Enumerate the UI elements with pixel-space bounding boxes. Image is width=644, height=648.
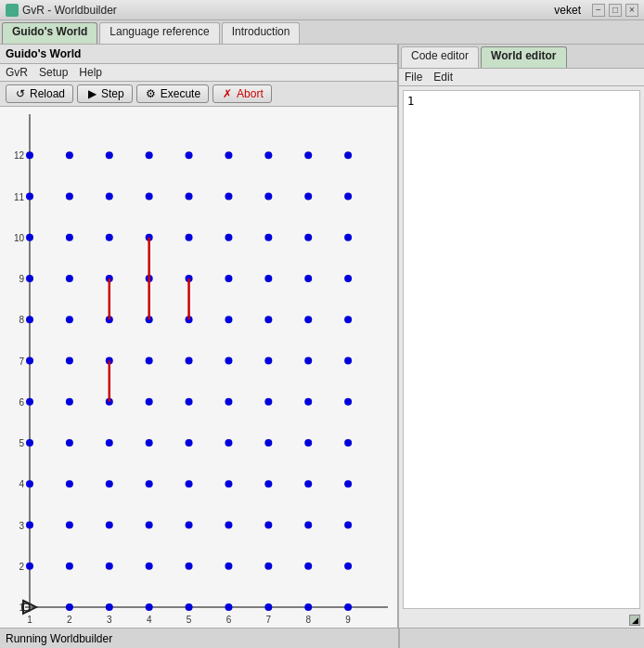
step-icon: ▶ [85,87,98,100]
right-tab-bar: Code editor World editor [399,45,644,69]
menu-setup[interactable]: Setup [39,66,68,79]
tab-guidos-world[interactable]: Guido's World [2,22,97,44]
left-panel: Guido's World GvR Setup Help ↺ Reload ▶ … [0,45,399,628]
toolbar: ↺ Reload ▶ Step ⚙ Execute ✗ Abort [0,82,397,107]
right-status [400,629,644,648]
tab-code-editor[interactable]: Code editor [401,46,479,68]
execute-button[interactable]: ⚙ Execute [136,84,209,103]
reload-button[interactable]: ↺ Reload [6,84,73,103]
execute-icon: ⚙ [145,87,158,100]
minimize-button[interactable]: − [592,4,605,17]
right-panel: Code editor World editor File Edit 1 ◢ [399,45,644,628]
main-content: Guido's World GvR Setup Help ↺ Reload ▶ … [0,45,644,628]
grid-canvas [0,107,397,628]
user-label: veket [554,4,581,17]
menu-help[interactable]: Help [79,66,102,79]
top-tab-bar: Guido's World Language reference Introdu… [0,20,644,45]
tab-introduction[interactable]: Introduction [222,22,301,44]
right-menu-bar: File Edit [399,69,644,86]
left-status: Running Worldbuilder [0,629,400,648]
world-canvas[interactable] [0,107,397,628]
menu-edit[interactable]: Edit [433,71,453,84]
window-title: GvR - Worldbuilder [22,4,117,17]
menu-gvr[interactable]: GvR [6,66,28,79]
reload-icon: ↺ [14,87,27,100]
title-bar: GvR - Worldbuilder veket − □ × [0,0,644,20]
app-icon [6,4,19,17]
maximize-button[interactable]: □ [609,4,622,17]
tab-language-reference[interactable]: Language reference [99,22,219,44]
abort-icon: ✗ [221,87,234,100]
status-bar: Running Worldbuilder [0,628,644,648]
resize-handle[interactable]: ◢ [629,615,640,626]
close-button[interactable]: × [625,4,638,17]
abort-button[interactable]: ✗ Abort [213,84,272,103]
menu-file[interactable]: File [405,71,422,84]
menu-bar: GvR Setup Help [0,64,397,82]
panel-title: Guido's World [0,45,397,64]
line-number-1: 1 [407,95,414,108]
step-button[interactable]: ▶ Step [77,84,133,103]
code-editor-area[interactable]: 1 [403,90,640,609]
tab-world-editor[interactable]: World editor [481,46,566,68]
